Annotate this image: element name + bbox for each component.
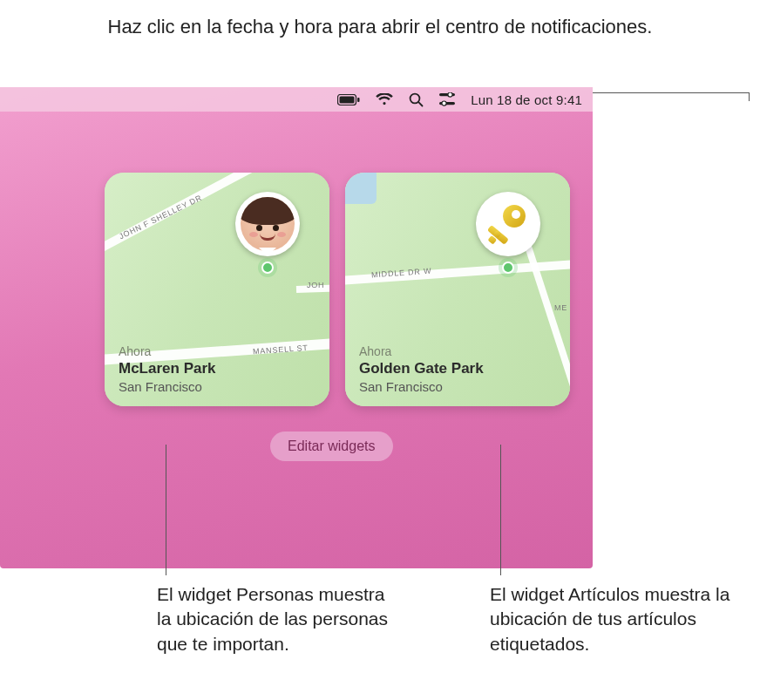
widget-caption: Ahora McLaren Park San Francisco	[119, 344, 316, 394]
battery-icon[interactable]	[337, 94, 360, 105]
callout-leader	[166, 445, 166, 575]
road-label: JOH	[307, 281, 324, 289]
callout-people-widget: El widget Personas muestra la ubicación …	[157, 582, 401, 656]
memoji-person-icon	[241, 197, 295, 251]
find-my-people-widget[interactable]: JOHN F SHELLEY DR MANSELL ST JOH Ahora	[105, 173, 329, 406]
svg-point-6	[448, 92, 452, 97]
road-label: ME	[554, 303, 567, 312]
find-my-items-widget[interactable]: MIDDLE DR W ME	[345, 173, 570, 406]
wifi-icon[interactable]	[376, 93, 393, 105]
person-pin[interactable]	[235, 192, 300, 268]
control-center-icon[interactable]	[439, 92, 455, 106]
road-label: JOHN F SHELLEY DR	[118, 194, 203, 241]
place-name: Golden Gate Park	[359, 360, 556, 377]
svg-rect-1	[340, 96, 355, 103]
key-icon	[483, 199, 533, 249]
callout-leader	[500, 445, 501, 575]
svg-point-8	[442, 101, 446, 105]
menu-bar-datetime[interactable]: Lun 18 de oct 9:41	[471, 92, 582, 107]
place-name: McLaren Park	[119, 360, 316, 377]
edit-widgets-button[interactable]: Editar widgets	[270, 432, 393, 461]
search-icon[interactable]	[409, 92, 424, 107]
svg-line-4	[418, 102, 422, 105]
timestamp-label: Ahora	[119, 344, 316, 358]
widget-row: JOHN F SHELLEY DR MANSELL ST JOH Ahora	[0, 112, 593, 406]
callout-text: El widget Artículos muestra la ubicación…	[490, 584, 729, 654]
callout-text: El widget Personas muestra la ubicación …	[157, 584, 388, 654]
widget-caption: Ahora Golden Gate Park San Francisco	[359, 344, 556, 394]
timestamp-label: Ahora	[359, 344, 556, 358]
item-pin[interactable]	[476, 192, 540, 268]
svg-rect-2	[357, 98, 360, 102]
callout-items-widget: El widget Artículos muestra la ubicación…	[490, 582, 734, 656]
svg-point-10	[512, 210, 520, 219]
callout-datetime: Haz clic en la fecha y hora para abrir e…	[0, 14, 760, 40]
city-name: San Francisco	[359, 379, 556, 394]
city-name: San Francisco	[119, 379, 316, 394]
desktop-screenshot: Lun 18 de oct 9:41 JOHN F SHELLEY DR MAN…	[0, 87, 593, 568]
callout-datetime-text: Haz clic en la fecha y hora para abrir e…	[108, 16, 653, 37]
menu-bar: Lun 18 de oct 9:41	[0, 87, 593, 112]
